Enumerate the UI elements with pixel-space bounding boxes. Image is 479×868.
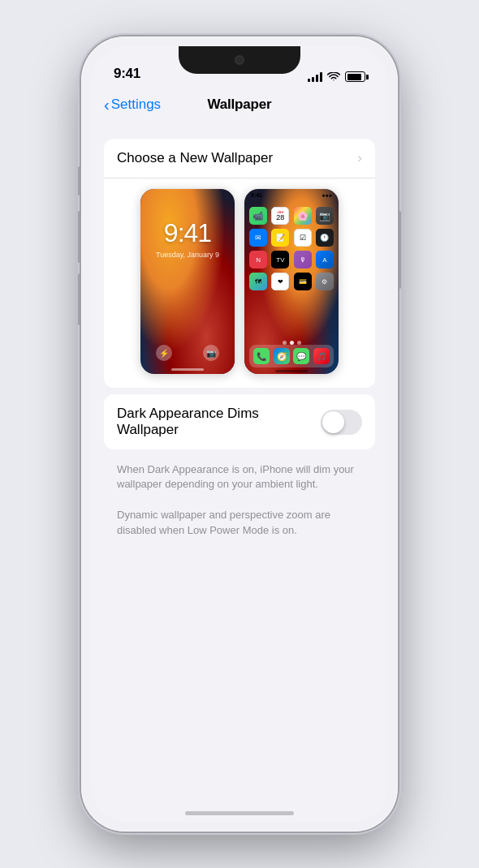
bottom-home-indicator (185, 811, 294, 815)
camera-icon: 📷 (316, 207, 334, 225)
settings-content: Choose a New Wallpaper › 9:41 Tuesday, J… (91, 122, 388, 822)
chevron-right-icon: › (357, 150, 362, 166)
home-screen-preview[interactable]: 9:41 ●●● 📹 JAN 28 🌸 📷 (244, 188, 339, 375)
phone-screen: 9:41 ‹ Settings (91, 46, 388, 822)
home-indicator (171, 368, 204, 371)
volume-down-button (78, 273, 81, 325)
calendar-icon: JAN 28 (271, 207, 289, 225)
reminders-icon: ☑ (294, 229, 312, 247)
status-time: 9:41 (114, 66, 140, 82)
nav-bar: ‹ Settings Wallpaper (91, 87, 388, 122)
lock-screen-preview[interactable]: 9:41 Tuesday, January 9 ⚡ 📷 (140, 188, 235, 375)
page-title: Wallpaper (208, 97, 272, 113)
dock: 📞 🧭 💬 🎵 (249, 345, 334, 367)
safari-dock-icon: 🧭 (274, 348, 290, 364)
dark-appearance-card: Dark Appearance Dims Wallpaper (104, 394, 375, 449)
phone-dock-icon: 📞 (253, 348, 270, 364)
clock-icon: 🕐 (316, 229, 334, 247)
choose-wallpaper-card: Choose a New Wallpaper › 9:41 Tuesday, J… (104, 139, 375, 388)
chevron-left-icon: ‹ (104, 97, 110, 113)
back-button[interactable]: ‹ Settings (104, 97, 161, 113)
dark-appearance-label: Dark Appearance Dims Wallpaper (117, 406, 321, 438)
dark-appearance-row: Dark Appearance Dims Wallpaper (104, 394, 375, 449)
home-indicator (275, 370, 308, 372)
flashlight-button: ⚡ (156, 345, 172, 361)
back-label: Settings (111, 97, 161, 113)
choose-wallpaper-row[interactable]: Choose a New Wallpaper › (104, 139, 375, 178)
homescreen-background: 9:41 ●●● 📹 JAN 28 🌸 📷 (244, 189, 339, 374)
tv-icon: TV (271, 251, 289, 269)
photos-icon: 🌸 (294, 207, 312, 225)
news-icon: N (249, 251, 267, 269)
volume-up-button (78, 211, 81, 263)
notes-icon: 📝 (271, 229, 289, 247)
lock-screen-bottom-controls: ⚡ 📷 (140, 345, 235, 361)
choose-wallpaper-label: Choose a New Wallpaper (117, 150, 273, 166)
toggle-knob (322, 411, 344, 433)
battery-icon (345, 71, 365, 82)
low-power-info: Dynamic wallpaper and perspective zoom a… (91, 501, 388, 544)
music-dock-icon: 🎵 (313, 348, 330, 364)
appstore-icon: A (316, 251, 334, 269)
podcasts-icon: 🎙 (294, 251, 312, 269)
lock-screen-date: Tuesday, January 9 (140, 251, 235, 259)
wifi-icon (327, 72, 340, 82)
facetime-icon: 📹 (249, 207, 267, 225)
lock-screen-time: 9:41 (140, 218, 235, 248)
wallpaper-preview-container: 9:41 Tuesday, January 9 ⚡ 📷 (104, 178, 375, 388)
phone-frame: 9:41 ‹ Settings (81, 37, 398, 831)
signal-icon (308, 72, 322, 82)
dark-appearance-toggle[interactable] (321, 410, 362, 435)
messages-dock-icon: 💬 (293, 348, 309, 364)
home-status-bar: 9:41 ●●● (248, 192, 335, 198)
power-button (398, 211, 401, 289)
app-grid: 📹 JAN 28 🌸 📷 ✉ 📝 ☑ 🕐 (248, 207, 335, 290)
mute-button (78, 166, 81, 196)
notch (179, 46, 300, 74)
lockscreen-background: 9:41 Tuesday, January 9 ⚡ 📷 (140, 189, 235, 374)
health-icon: ❤ (271, 273, 289, 290)
mail-icon: ✉ (249, 229, 267, 247)
settings-icon: ⚙ (316, 273, 334, 290)
maps-icon: 🗺 (249, 273, 267, 290)
front-camera (235, 55, 244, 65)
dark-appearance-info: When Dark Appearance is on, iPhone will … (91, 456, 388, 498)
wallet-icon: 💳 (294, 273, 312, 290)
battery-fill (347, 74, 361, 80)
status-icons (308, 71, 365, 82)
camera-button: 📷 (203, 345, 219, 361)
